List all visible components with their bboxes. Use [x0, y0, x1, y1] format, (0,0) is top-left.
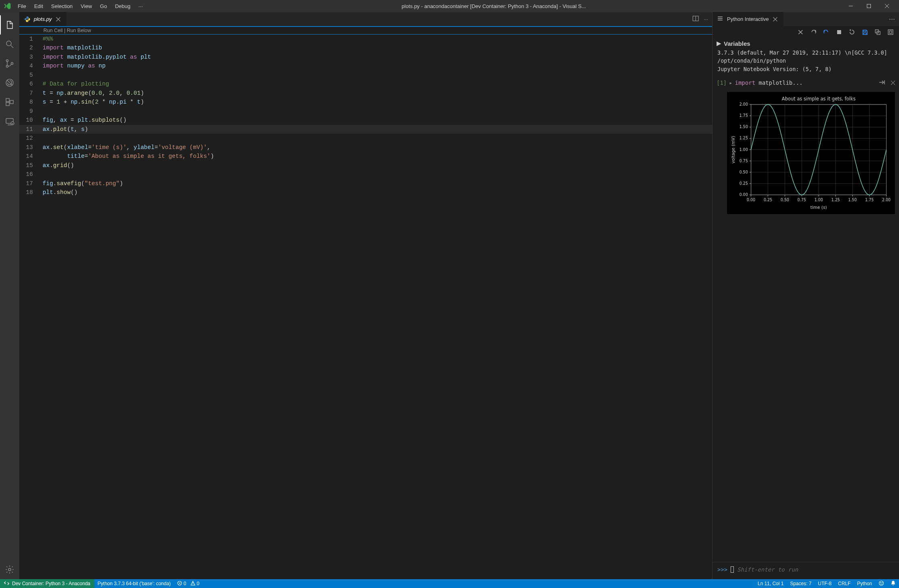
menu-view[interactable]: View — [78, 2, 95, 11]
goto-code-icon[interactable] — [879, 80, 886, 86]
code-line[interactable]: 6# Data for plotting — [19, 80, 712, 88]
svg-rect-29 — [864, 30, 866, 32]
activity-source-control[interactable] — [0, 54, 19, 73]
repl-input[interactable] — [737, 566, 894, 573]
code-line[interactable]: 17fig.savefig("test.png") — [19, 179, 712, 188]
status-encoding[interactable]: UTF-8 — [815, 579, 835, 588]
svg-point-8 — [11, 63, 13, 65]
svg-rect-1 — [867, 4, 870, 8]
line-number: 2 — [19, 43, 39, 52]
close-icon[interactable] — [891, 80, 895, 86]
svg-point-100 — [192, 584, 193, 584]
collapse-icon[interactable] — [887, 29, 894, 36]
activity-extensions[interactable] — [0, 92, 19, 112]
cell-1[interactable]: [1] ▸ import matplotlib... — [713, 77, 899, 89]
status-cursor[interactable]: Ln 11, Col 1 — [754, 579, 787, 588]
code-line[interactable]: 9 — [19, 107, 712, 116]
activity-debug[interactable] — [0, 73, 19, 92]
line-number: 9 — [19, 107, 39, 116]
line-number: 13 — [19, 143, 39, 152]
code-line[interactable]: 2import matplotlib — [19, 43, 712, 52]
line-chart: 0.000.250.500.751.001.251.501.752.000.00… — [729, 95, 891, 211]
code-line[interactable]: 11ax.plot(t, s) — [19, 125, 712, 134]
restart-icon[interactable] — [848, 29, 856, 36]
bell-icon — [891, 580, 896, 587]
expand-icon[interactable] — [874, 29, 881, 36]
activity-search[interactable] — [0, 35, 19, 54]
menu-file[interactable]: File — [14, 2, 29, 11]
menu-debug[interactable]: Debug — [112, 2, 133, 11]
minimize-button[interactable] — [842, 0, 860, 12]
code-line[interactable]: 12 — [19, 134, 712, 143]
title-bar: File Edit Selection View Go Debug ··· pl… — [0, 0, 899, 12]
code-line[interactable]: 3import matplotlib.pyplot as plt — [19, 53, 712, 61]
cancel-icon[interactable] — [797, 29, 804, 36]
activity-settings[interactable] — [0, 560, 19, 579]
line-number: 15 — [19, 161, 39, 170]
line-number: 14 — [19, 152, 39, 161]
code-line[interactable]: 5 — [19, 71, 712, 80]
status-remote[interactable]: Dev Container: Python 3 - Anaconda — [0, 579, 94, 588]
menu-overflow-icon[interactable]: ··· — [135, 2, 146, 11]
code-line[interactable]: 18plt.show() — [19, 188, 712, 197]
status-language[interactable]: Python — [854, 579, 875, 588]
code-line[interactable]: 13ax.set(xlabel='time (s)', ylabel='volt… — [19, 143, 712, 152]
code-line[interactable]: 7t = np.arange(0.0, 2.0, 0.01) — [19, 89, 712, 98]
code-content: fig.savefig("test.png") — [39, 179, 712, 188]
line-number: 1 — [19, 35, 39, 43]
tab-python-interactive[interactable]: Python Interactive — [713, 12, 783, 26]
smiley-icon — [879, 580, 884, 587]
menu-go[interactable]: Go — [97, 2, 110, 11]
svg-text:1.50: 1.50 — [739, 125, 748, 129]
menu-edit[interactable]: Edit — [31, 2, 46, 11]
svg-rect-28 — [837, 30, 841, 34]
svg-text:0.50: 0.50 — [739, 170, 748, 174]
close-icon[interactable] — [55, 16, 61, 22]
hamburger-icon — [717, 16, 724, 22]
status-feedback[interactable] — [875, 579, 887, 588]
code-line[interactable]: 15ax.grid() — [19, 161, 712, 170]
split-editor-icon[interactable] — [692, 15, 699, 23]
undo-icon[interactable] — [823, 29, 830, 36]
line-number: 18 — [19, 188, 39, 197]
status-python-env[interactable]: Python 3.7.3 64-bit ('base': conda) — [94, 579, 174, 588]
editor-body[interactable]: 1#%%2import matplotlib3import matplotlib… — [19, 35, 712, 579]
menu-selection[interactable]: Selection — [48, 2, 76, 11]
more-actions-icon[interactable]: ··· — [885, 15, 899, 23]
code-line[interactable]: 10fig, ax = plt.subplots() — [19, 116, 712, 125]
activity-explorer[interactable] — [0, 15, 19, 35]
editor-group: plots.py ··· Run Cell | Run Below 1#%%2i… — [19, 12, 712, 579]
code-line[interactable]: 8s = 1 + np.sin(2 * np.pi * t) — [19, 98, 712, 106]
repl-input-row: >>> — [713, 562, 899, 579]
svg-text:1.25: 1.25 — [831, 197, 840, 202]
code-content: import matplotlib.pyplot as plt — [39, 53, 712, 61]
code-line[interactable]: 1#%% — [19, 35, 712, 43]
code-content: plt.show() — [39, 188, 712, 197]
code-line[interactable]: 16 — [19, 170, 712, 179]
svg-text:1.75: 1.75 — [739, 113, 748, 118]
status-indent[interactable]: Spaces: 7 — [787, 579, 815, 588]
status-notifications[interactable] — [887, 579, 899, 588]
code-content — [39, 134, 712, 143]
codelens-run-cell[interactable]: Run Cell — [43, 28, 63, 33]
maximize-button[interactable] — [860, 0, 878, 12]
code-line[interactable]: 14 title='About as simple as it gets, fo… — [19, 152, 712, 161]
close-button[interactable] — [878, 0, 896, 12]
codelens-run-below[interactable]: Run Below — [67, 28, 91, 33]
line-number: 3 — [19, 53, 39, 61]
close-icon[interactable] — [772, 16, 778, 22]
code-line[interactable]: 4import numpy as np — [19, 61, 712, 70]
status-eol[interactable]: CRLF — [835, 579, 854, 588]
more-actions-icon[interactable]: ··· — [704, 16, 708, 22]
variables-label: Variables — [724, 40, 750, 47]
stop-icon[interactable] — [836, 29, 843, 36]
activity-remote[interactable] — [0, 112, 19, 131]
codelens-bar: Run Cell | Run Below — [19, 26, 712, 35]
redo-icon[interactable] — [810, 29, 817, 36]
save-icon[interactable] — [861, 29, 868, 36]
tab-plots-py[interactable]: plots.py — [19, 12, 67, 26]
status-problems[interactable]: 0 0 — [174, 579, 203, 588]
variables-header[interactable]: ▶ Variables — [713, 38, 899, 49]
remote-icon — [4, 580, 10, 587]
svg-point-103 — [882, 582, 882, 582]
